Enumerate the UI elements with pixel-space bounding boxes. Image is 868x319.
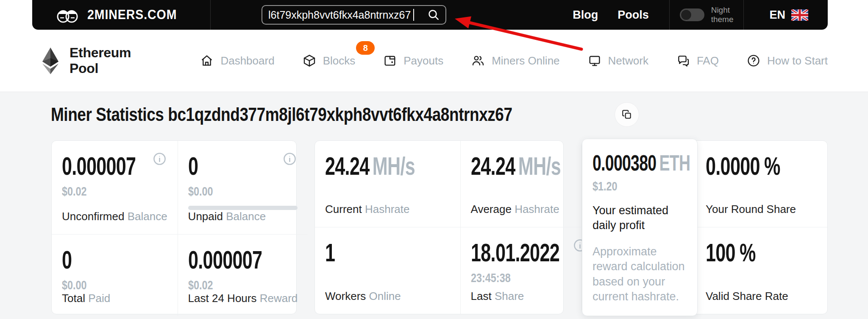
nav-item-how-to-start[interactable]: How to Start (747, 54, 828, 67)
home-icon (200, 54, 214, 67)
wallet-icon (383, 54, 397, 67)
nav-menu: Dashboard Blocks 8 Payouts (200, 54, 828, 67)
round-share-cell: 0.0000% Your Round Share (696, 141, 827, 227)
balance-panel: 0.000007 $0.02 Unconfirmed Balance 0 $0.… (51, 140, 297, 314)
workers-online-cell: 1 Workers Online (315, 227, 461, 314)
stat-value: 0 (62, 247, 72, 273)
page-title: Miner Statistics bc1qzdnd377m8jl6t79xkph… (51, 104, 512, 125)
info-icon[interactable] (283, 152, 297, 166)
stat-label: Unpaid Balance (188, 210, 266, 223)
text-cursor (413, 9, 414, 21)
stat-usd: $0.00 (188, 184, 213, 198)
pool-name: Ethereum Pool (70, 45, 154, 76)
stat-usd: $1.20 (593, 179, 618, 193)
toggle-knob (681, 9, 692, 20)
nav-label: Blocks (323, 54, 356, 67)
pools-link[interactable]: Pools (618, 8, 649, 22)
search-value: l6t79xkph8vvt6fkx4a8ntrnxz67 (268, 9, 411, 21)
stat-label: Valid Share Rate (706, 290, 788, 303)
stat-label: Last Share (471, 290, 524, 303)
stat-label: Your Round Share (706, 203, 796, 216)
nav-item-faq[interactable]: FAQ (676, 54, 719, 67)
night-theme-toggle[interactable] (680, 8, 704, 21)
stat-value: 0.000007 (62, 154, 136, 179)
language-code: EN (769, 8, 785, 22)
nav-item-payouts[interactable]: Payouts (383, 54, 443, 67)
night-theme-label: Night theme (711, 6, 734, 24)
nav-label: Payouts (403, 54, 443, 67)
hashrate-panel: 24.24MH/s Current Hashrate 24.24MH/s Ave… (314, 140, 564, 314)
nav-label: Dashboard (220, 54, 274, 67)
search-icon[interactable] (427, 8, 440, 22)
stat-value: 0.000380ETH (593, 152, 690, 174)
chat-icon (676, 54, 690, 67)
stat-value: 24.24MH/s (471, 154, 561, 179)
stats-panels: 0.000007 $0.02 Unconfirmed Balance 0 $0.… (51, 140, 828, 314)
copy-icon (621, 109, 632, 120)
title-row: Miner Statistics bc1qzdnd377m8jl6t79xkph… (51, 102, 639, 127)
nav-label: Miners Online (492, 54, 559, 67)
divider (210, 0, 211, 30)
unconfirmed-balance-cell: 0.000007 $0.02 Unconfirmed Balance (52, 141, 178, 235)
daily-profit-card: 0.000380ETH $1.20 Your estimated daily p… (582, 139, 698, 316)
stat-label: Last 24 Hours Reward (188, 292, 298, 305)
nav-label: Network (608, 54, 648, 67)
two-miners-logo-icon (56, 5, 79, 25)
stat-label: Workers Online (325, 290, 401, 303)
main-nav: Ethereum Pool Dashboard Blocks 8 (32, 30, 828, 92)
stat-value: 0.0000% (706, 154, 780, 179)
stat-usd: $0.02 (188, 278, 213, 292)
profit-note: Approximate reward calculation based on … (593, 244, 687, 305)
brand-title: 2MINERS.COM (87, 7, 177, 22)
brand-area[interactable]: 2MINERS.COM (32, 0, 210, 30)
current-hashrate-cell: 24.24MH/s Current Hashrate (315, 141, 461, 227)
blocks-count-badge: 8 (356, 41, 375, 55)
stat-label: Unconfirmed Balance (62, 210, 167, 223)
stat-value: 100% (706, 240, 756, 266)
shares-panel: 0.0000% Your Round Share 0.000380ETH $1.… (581, 140, 828, 314)
stat-time: 23:45:38 (471, 271, 511, 285)
total-paid-cell: 0 $0.00 Total Paid (52, 235, 178, 316)
theme-group: Night theme (670, 6, 744, 24)
stat-usd: $0.02 (62, 184, 87, 198)
stat-value: 1 (325, 240, 335, 266)
stat-value: 18.01.2022 (471, 240, 559, 266)
copy-address-button[interactable] (615, 102, 639, 127)
stat-label: Total Paid (62, 292, 110, 305)
info-icon[interactable] (153, 152, 167, 166)
miners-icon (471, 54, 485, 67)
monitor-icon (588, 54, 601, 67)
ethereum-logo-icon (41, 46, 60, 75)
top-bar: 2MINERS.COM l6t79xkph8vvt6fkx4a8ntrnxz67… (32, 0, 828, 30)
topbar-right: Blog Pools Night theme EN (573, 0, 828, 30)
stat-value: 0.000007 (188, 247, 262, 273)
cube-icon (303, 54, 316, 67)
content-area: Miner Statistics bc1qzdnd377m8jl6t79xkph… (0, 92, 868, 319)
nav-item-blocks[interactable]: Blocks 8 (303, 54, 356, 67)
unpaid-progress-bar (188, 206, 298, 210)
stat-usd: $0.00 (62, 278, 87, 292)
language-selector[interactable]: EN (744, 8, 808, 22)
uk-flag-icon (791, 9, 808, 21)
stat-label: Average Hashrate (471, 203, 559, 216)
stat-value: 0 (188, 154, 198, 179)
nav-item-miners-online[interactable]: Miners Online (471, 54, 559, 67)
unpaid-balance-cell: 0 $0.00 Unpaid Balance (178, 141, 308, 235)
nav-label: How to Start (767, 54, 828, 67)
stat-label: Current Hashrate (325, 203, 409, 216)
stat-value: 24.24MH/s (325, 154, 415, 179)
nav-item-dashboard[interactable]: Dashboard (200, 54, 274, 67)
nav-label: FAQ (697, 54, 719, 67)
nav-item-network[interactable]: Network (588, 54, 648, 67)
question-icon (747, 54, 760, 67)
search-input[interactable]: l6t79xkph8vvt6fkx4a8ntrnxz67 (262, 5, 446, 25)
profit-heading: Your estimated daily profit (593, 203, 687, 233)
blog-link[interactable]: Blog (573, 8, 598, 22)
valid-share-rate-cell: 100% Valid Share Rate (696, 227, 827, 314)
pool-brand[interactable]: Ethereum Pool (41, 45, 154, 76)
last-24h-reward-cell: 0.000007 $0.02 Last 24 Hours Reward (178, 235, 308, 316)
